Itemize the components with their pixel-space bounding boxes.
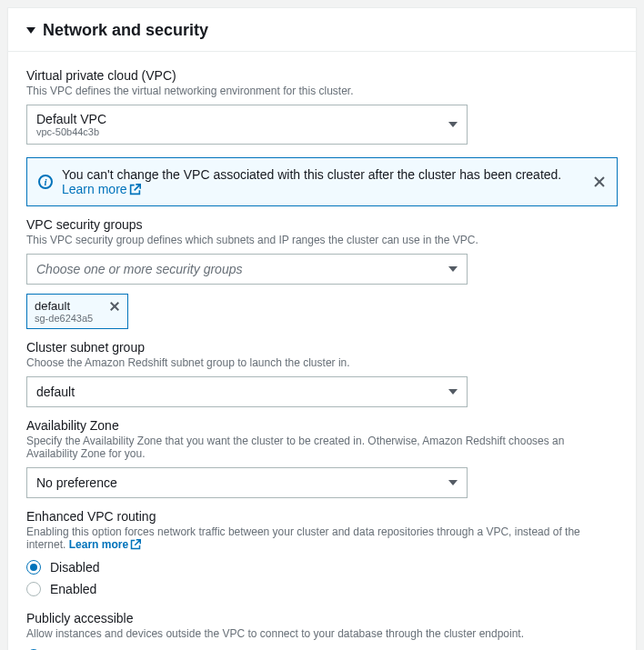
chevron-down-icon — [448, 122, 458, 127]
info-icon: i — [38, 175, 53, 189]
enhanced-routing-disabled-radio[interactable]: Disabled — [26, 556, 618, 578]
vpc-field: Virtual private cloud (VPC) This VPC def… — [26, 68, 618, 145]
vpc-info-banner: i You can't change the VPC associated wi… — [26, 157, 618, 206]
security-groups-label: VPC security groups — [26, 217, 618, 232]
availability-zone-value: No preference — [36, 475, 117, 490]
chevron-down-icon — [448, 480, 458, 485]
token-id: sg-de6243a5 — [35, 313, 93, 324]
section-body: Virtual private cloud (VPC) This VPC def… — [8, 51, 636, 650]
vpc-info-learn-more-link[interactable]: Learn more — [62, 182, 141, 196]
vpc-info-text: You can't change the VPC associated with… — [62, 167, 584, 196]
enhanced-routing-radio-group: Disabled Enabled — [26, 556, 618, 600]
vpc-select-value: Default VPC vpc-50b44c3b — [36, 112, 106, 137]
enhanced-routing-label: Enhanced VPC routing — [26, 509, 618, 524]
availability-zone-desc: Specify the Availability Zone that you w… — [26, 435, 618, 460]
vpc-selected-name: Default VPC — [36, 112, 106, 126]
publicly-accessible-field: Publicly accessible Allow instances and … — [26, 611, 618, 650]
enhanced-routing-field: Enhanced VPC routing Enabling this optio… — [26, 509, 618, 600]
remove-token-icon[interactable] — [109, 301, 120, 312]
availability-zone-select[interactable]: No preference — [26, 467, 468, 498]
vpc-label: Virtual private cloud (VPC) — [26, 68, 618, 83]
publicly-accessible-disable-radio[interactable]: Disable — [26, 645, 618, 650]
external-link-icon — [129, 184, 141, 195]
vpc-select[interactable]: Default VPC vpc-50b44c3b — [26, 105, 468, 145]
enhanced-routing-enabled-radio[interactable]: Enabled — [26, 578, 618, 600]
enhanced-routing-desc: Enabling this option forces network traf… — [26, 525, 618, 551]
close-icon[interactable] — [593, 175, 606, 188]
vpc-desc: This VPC defines the virtual networking … — [26, 85, 618, 97]
network-security-panel: Network and security Virtual private clo… — [7, 7, 637, 650]
subnet-group-desc: Choose the Amazon Redshift subnet group … — [26, 356, 618, 369]
radio-label: Disabled — [50, 560, 99, 575]
token-name: default — [35, 299, 93, 313]
availability-zone-field: Availability Zone Specify the Availabili… — [26, 418, 618, 498]
publicly-accessible-desc: Allow instances and devices outside the … — [26, 627, 618, 640]
vpc-info-message: You can't change the VPC associated with… — [62, 167, 561, 182]
subnet-group-field: Cluster subnet group Choose the Amazon R… — [26, 340, 618, 407]
publicly-accessible-radio-group: Disable Enable — [26, 645, 618, 650]
radio-icon — [26, 560, 41, 575]
subnet-group-value: default — [36, 385, 75, 399]
security-group-token: default sg-de6243a5 — [26, 294, 128, 329]
token-text: default sg-de6243a5 — [35, 299, 93, 324]
availability-zone-label: Availability Zone — [26, 418, 618, 433]
section-title: Network and security — [43, 21, 208, 40]
vpc-selected-id: vpc-50b44c3b — [36, 126, 106, 137]
radio-icon — [26, 582, 41, 596]
subnet-group-select[interactable]: default — [26, 376, 468, 407]
section-header[interactable]: Network and security — [8, 8, 636, 51]
chevron-down-icon — [448, 389, 458, 395]
publicly-accessible-label: Publicly accessible — [26, 611, 618, 625]
security-groups-placeholder: Choose one or more security groups — [36, 262, 242, 276]
security-groups-select[interactable]: Choose one or more security groups — [26, 254, 468, 285]
external-link-icon — [130, 539, 141, 550]
security-groups-field: VPC security groups This VPC security gr… — [26, 217, 618, 329]
caret-down-icon — [26, 27, 35, 34]
radio-label: Enabled — [50, 582, 96, 596]
security-groups-desc: This VPC security group defines which su… — [26, 234, 618, 246]
enhanced-routing-learn-more-link[interactable]: Learn more — [69, 538, 141, 551]
subnet-group-label: Cluster subnet group — [26, 340, 618, 355]
chevron-down-icon — [448, 266, 458, 272]
